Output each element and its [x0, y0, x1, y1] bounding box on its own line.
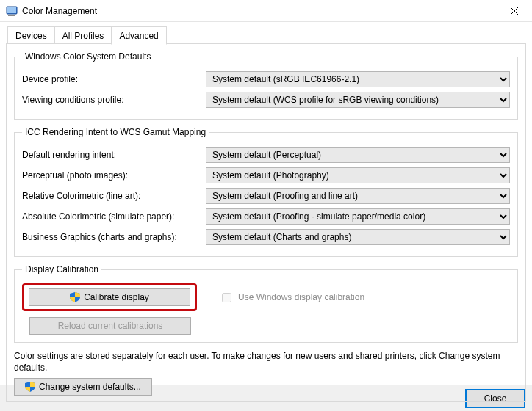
- business-graphics-label: Business Graphics (charts and graphs):: [22, 232, 206, 242]
- svg-rect-3: [8, 15, 15, 16]
- tab-strip: Devices All Profiles Advanced: [7, 26, 532, 44]
- use-windows-calibration-input[interactable]: [222, 293, 231, 302]
- calibrate-display-button[interactable]: Calibrate display: [29, 288, 190, 306]
- viewing-conditions-select[interactable]: System default (WCS profile for sRGB vie…: [206, 92, 510, 108]
- shield-icon: [25, 382, 35, 392]
- default-rendering-intent-label: Default rendering intent:: [22, 150, 206, 160]
- group-legend: Display Calibration: [22, 264, 101, 274]
- device-profile-label: Device profile:: [22, 74, 206, 84]
- tab-advanced[interactable]: Advanced: [111, 26, 166, 45]
- perceptual-label: Perceptual (photo images):: [22, 170, 206, 181]
- device-profile-select[interactable]: System default (sRGB IEC61966-2.1): [206, 71, 510, 87]
- window-title: Color Management: [22, 6, 497, 16]
- tab-panel-advanced: Windows Color System Defaults Device pro…: [6, 43, 526, 402]
- shield-icon: [70, 292, 80, 302]
- default-rendering-intent-select[interactable]: System default (Perceptual): [206, 147, 510, 163]
- titlebar: Color Management: [0, 0, 532, 22]
- calibrate-display-label: Calibrate display: [84, 292, 149, 302]
- note-text: Color settings are stored separately for…: [14, 350, 518, 374]
- window-close-button[interactable]: [497, 0, 531, 22]
- relative-colorimetric-label: Relative Colorimetric (line art):: [22, 191, 206, 201]
- highlight-calibrate-display: Calibrate display: [22, 283, 197, 311]
- absolute-colorimetric-select[interactable]: System default (Proofing - simulate pape…: [206, 208, 510, 225]
- change-system-defaults-button[interactable]: Change system defaults...: [14, 378, 152, 396]
- perceptual-select[interactable]: System default (Photography): [206, 167, 510, 183]
- use-windows-calibration-checkbox[interactable]: Use Windows display calibration: [219, 291, 364, 305]
- business-graphics-select[interactable]: System default (Charts and graphs): [206, 229, 510, 245]
- reload-calibrations-button[interactable]: Reload current calibrations: [29, 317, 191, 335]
- group-icc-rendering-intent: ICC Rendering Intent to WCS Gamut Mappin…: [14, 127, 518, 257]
- absolute-colorimetric-label: Absolute Colorimetric (simulate paper):: [22, 211, 206, 222]
- close-icon: [511, 7, 518, 15]
- svg-rect-1: [7, 7, 16, 13]
- group-display-calibration: Display Calibration Calibrate display: [14, 264, 518, 343]
- tab-all-profiles[interactable]: All Profiles: [54, 26, 112, 44]
- relative-colorimetric-select[interactable]: System default (Proofing and line art): [206, 188, 510, 204]
- group-legend: Windows Color System Defaults: [22, 51, 154, 62]
- use-windows-calibration-label: Use Windows display calibration: [238, 292, 364, 302]
- viewing-conditions-label: Viewing conditions profile:: [22, 95, 206, 105]
- reload-calibrations-label: Reload current calibrations: [58, 321, 163, 331]
- change-system-defaults-label: Change system defaults...: [39, 382, 141, 392]
- app-icon: [6, 5, 18, 17]
- group-windows-color-defaults: Windows Color System Defaults Device pro…: [14, 51, 518, 120]
- tab-devices[interactable]: Devices: [7, 26, 55, 44]
- group-legend: ICC Rendering Intent to WCS Gamut Mappin…: [22, 127, 209, 137]
